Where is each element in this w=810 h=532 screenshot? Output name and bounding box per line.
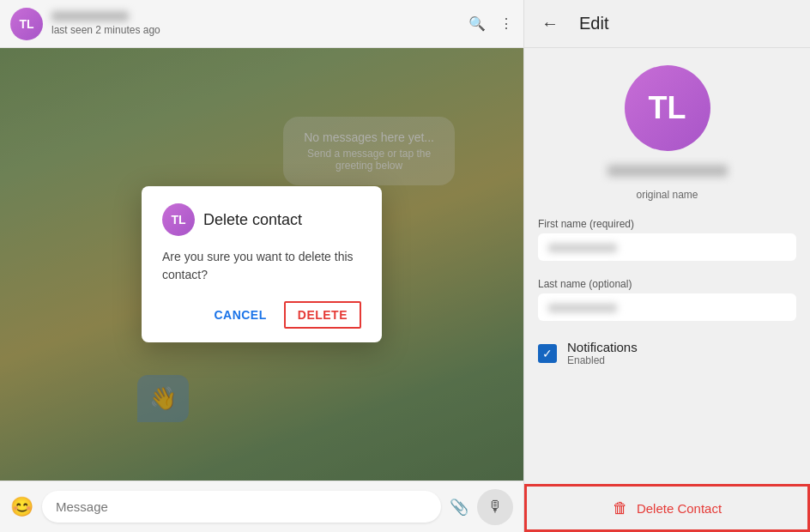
search-icon[interactable]: 🔍: [468, 15, 486, 32]
first-name-label: First name (required): [538, 218, 796, 230]
delete-contact-bar[interactable]: 🗑 Delete Contact: [524, 484, 810, 532]
last-name-label: Last name (optional): [538, 278, 796, 290]
original-name-label: original name: [636, 189, 698, 201]
header-info: last seen 2 minutes ago: [51, 11, 460, 36]
delete-button[interactable]: DELETE: [284, 301, 361, 329]
contact-name-blurred: [51, 11, 129, 21]
attach-button[interactable]: 📎: [450, 498, 468, 517]
more-options-icon[interactable]: ⋮: [499, 15, 513, 32]
contact-avatar-large: TL: [625, 65, 710, 151]
contact-name-blurred-large: [608, 165, 728, 177]
last-name-group: Last name (optional): [538, 278, 796, 321]
back-button[interactable]: ←: [538, 10, 562, 37]
chat-background: No messages here yet... Send a message o…: [0, 48, 523, 481]
delete-contact-label: Delete Contact: [637, 501, 722, 516]
notifications-sub: Enabled: [567, 354, 638, 366]
cancel-button[interactable]: CANCEL: [203, 301, 276, 329]
contact-status: last seen 2 minutes ago: [51, 24, 460, 36]
notifications-row: ✓ Notifications Enabled: [538, 340, 796, 366]
left-panel: TL last seen 2 minutes ago 🔍 ⋮ No messag…: [0, 0, 523, 532]
last-name-input[interactable]: [538, 293, 796, 321]
mic-button[interactable]: 🎙: [477, 489, 513, 525]
first-name-group: First name (required): [538, 218, 796, 261]
delete-contact-icon: 🗑: [613, 499, 628, 517]
first-name-value-blurred: [548, 244, 617, 252]
emoji-button[interactable]: 😊: [10, 496, 33, 518]
modal-title: Delete contact: [203, 211, 302, 229]
notifications-text: Notifications Enabled: [567, 340, 638, 366]
delete-contact-dialog: TL Delete contact Are you sure you want …: [142, 186, 382, 342]
notifications-label: Notifications: [567, 340, 638, 354]
modal-title-row: TL Delete contact: [162, 203, 361, 236]
chat-header: TL last seen 2 minutes ago 🔍 ⋮: [0, 0, 523, 48]
modal-avatar: TL: [162, 203, 195, 236]
first-name-input[interactable]: [538, 233, 796, 261]
notifications-checkbox[interactable]: ✓: [538, 344, 557, 363]
contact-avatar-small: TL: [10, 8, 43, 40]
modal-body-text: Are you sure you want to delete this con…: [162, 248, 361, 284]
header-icons: 🔍 ⋮: [468, 15, 513, 32]
message-input[interactable]: [42, 491, 441, 523]
chat-input-bar: 😊 📎 🎙: [0, 481, 523, 532]
right-panel: ← Edit TL original name First name (requ…: [523, 0, 810, 532]
modal-actions: CANCEL DELETE: [162, 301, 361, 329]
last-name-value-blurred: [548, 304, 617, 312]
modal-overlay: TL Delete contact Are you sure you want …: [0, 48, 523, 481]
edit-content: TL original name First name (required) L…: [524, 48, 810, 484]
edit-header: ← Edit: [524, 0, 810, 48]
edit-title: Edit: [579, 14, 608, 33]
